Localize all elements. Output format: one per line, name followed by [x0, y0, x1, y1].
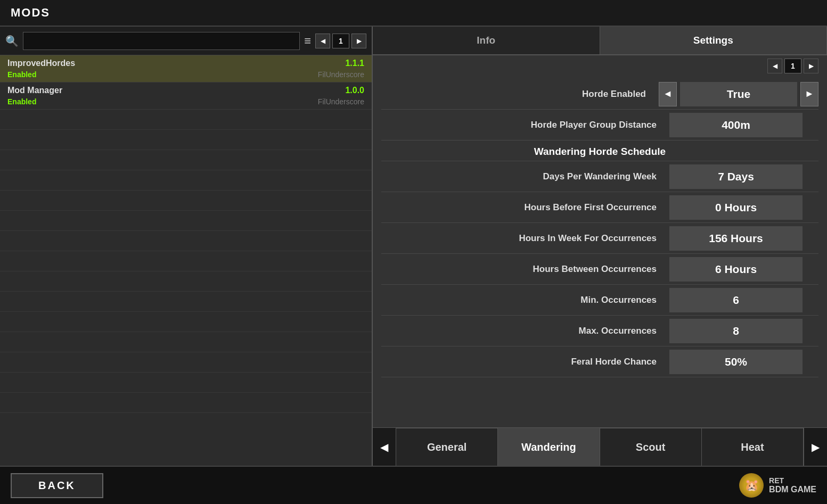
search-bar: 🔍 ≡ ◀ 1 ▶ [0, 27, 372, 55]
footer-ret-label: RET [769, 476, 784, 485]
setting-value-wrap: 50% [669, 350, 818, 374]
setting-label-days-per-week: Days Per Wandering Week [381, 171, 669, 182]
mod-status: Enabled [7, 97, 36, 106]
search-input[interactable] [23, 32, 300, 50]
setting-value-wrap: 7 Days [669, 164, 818, 189]
setting-hours-before-first: Hours Before First Occurrence 0 Hours [381, 192, 818, 223]
setting-value-wrap: 0 Hours [669, 195, 818, 220]
mod-name: Mod Manager [7, 86, 62, 95]
setting-value-min-occurrences: 6 [669, 288, 803, 312]
page-indicator: ◀ 1 ▶ [373, 55, 827, 77]
footer-right: 🐹 RET BDM GAME [739, 473, 816, 498]
right-page-prev[interactable]: ◀ [767, 59, 782, 73]
setting-value-feral-chance: 50% [669, 350, 803, 374]
setting-label-group-distance: Horde Player Group Distance [381, 120, 669, 130]
empty-row [0, 373, 372, 393]
mod-version: 1.1.1 [345, 59, 364, 68]
mod-name: ImprovedHordes [7, 59, 75, 68]
setting-hours-in-week: Hours In Week For Occurrences 156 Hours [381, 223, 818, 254]
empty-row [0, 211, 372, 231]
tab-info[interactable]: Info [373, 27, 600, 54]
bottom-tab-wandering[interactable]: Wandering [498, 428, 600, 466]
setting-value-max-occurrences: 8 [669, 319, 803, 343]
mod-item-top: ImprovedHordes 1.1.1 [0, 55, 372, 69]
setting-label-hours-between: Hours Between Occurrences [381, 264, 669, 275]
bottom-nav: ◀ General Wandering Scout Heat ▶ [373, 427, 827, 466]
setting-value-hours-before-first: 0 Hours [669, 195, 803, 220]
setting-value-wrap: 6 [669, 288, 818, 312]
empty-row [0, 332, 372, 352]
bottom-tab-general[interactable]: General [396, 428, 498, 466]
setting-value-wrap: 156 Hours [669, 226, 818, 251]
bottom-nav-right-arrow[interactable]: ▶ [804, 428, 827, 466]
mod-status: Enabled [7, 70, 36, 79]
site-icon: 🐹 [739, 473, 764, 498]
right-tabs: Info Settings [373, 27, 827, 55]
setting-max-occurrences: Max. Occurrences 8 [381, 316, 818, 346]
setting-value-wrap: 8 [669, 319, 818, 343]
empty-row [0, 110, 372, 130]
section-header-wandering: Wandering Horde Schedule [381, 141, 818, 161]
setting-label-horde-enabled: Horde Enabled [381, 89, 659, 100]
footer: BACK 🐹 RET BDM GAME [0, 466, 827, 504]
empty-row [0, 312, 372, 332]
setting-min-occurrences: Min. Occurrences 6 [381, 285, 818, 316]
empty-row [0, 150, 372, 170]
setting-hours-between: Hours Between Occurrences 6 Hours [381, 254, 818, 285]
setting-horde-enabled: Horde Enabled ◄ True ► [381, 79, 818, 110]
setting-value-wrap: 400m [669, 113, 818, 137]
setting-label-max-occurrences: Max. Occurrences [381, 326, 669, 336]
mod-item-bottom: Enabled FilUnderscore [0, 69, 372, 82]
mod-list: ImprovedHordes 1.1.1 Enabled FilUndersco… [0, 55, 372, 466]
setting-value-wrap: 6 Hours [669, 257, 818, 282]
mod-author: FilUnderscore [318, 97, 364, 106]
right-page-next[interactable]: ▶ [804, 59, 818, 73]
empty-row [0, 271, 372, 292]
empty-row [0, 393, 372, 413]
footer-site-text: BDM GAME [769, 485, 816, 494]
page-number-left: 1 [332, 34, 349, 48]
setting-value-group-distance: 400m [669, 113, 803, 137]
mod-author: FilUnderscore [318, 70, 364, 79]
page-nav: ◀ 1 ▶ [315, 34, 366, 48]
setting-value-hours-in-week: 156 Hours [669, 226, 803, 251]
setting-days-per-week: Days Per Wandering Week 7 Days [381, 161, 818, 192]
empty-row [0, 352, 372, 373]
setting-value-wrap: ◄ True ► [659, 82, 818, 106]
empty-row [0, 130, 372, 150]
setting-label-hours-before-first: Hours Before First Occurrence [381, 202, 669, 213]
page-prev-arrow[interactable]: ◀ [315, 34, 330, 48]
left-panel: 🔍 ≡ ◀ 1 ▶ ImprovedHordes 1.1.1 [0, 27, 373, 466]
sort-icon[interactable]: ≡ [304, 34, 311, 48]
setting-value-horde-enabled: True [680, 82, 797, 106]
bottom-tab-scout[interactable]: Scout [600, 428, 702, 466]
empty-row [0, 292, 372, 312]
bottom-tab-heat[interactable]: Heat [702, 428, 804, 466]
setting-feral-chance: Feral Horde Chance 50% [381, 346, 818, 377]
setting-value-days-per-week: 7 Days [669, 164, 803, 189]
setting-label-feral-chance: Feral Horde Chance [381, 357, 669, 367]
page-next-arrow[interactable]: ▶ [351, 34, 366, 48]
back-button[interactable]: BACK [11, 473, 103, 498]
empty-row [0, 170, 372, 191]
title-bar: MODS [0, 0, 827, 27]
mod-version: 1.0.0 [345, 86, 364, 95]
empty-row [0, 251, 372, 271]
bottom-nav-left-arrow[interactable]: ◀ [373, 428, 396, 466]
setting-next-arrow[interactable]: ► [800, 82, 818, 106]
settings-content: Horde Enabled ◄ True ► Horde Player Grou… [373, 77, 827, 427]
list-item[interactable]: Mod Manager 1.0.0 Enabled FilUnderscore [0, 82, 372, 110]
setting-prev-arrow[interactable]: ◄ [659, 82, 677, 106]
search-icon: 🔍 [5, 35, 19, 47]
right-panel: Info Settings ◀ 1 ▶ Horde Enabled ◄ True… [373, 27, 827, 466]
mod-item-top: Mod Manager 1.0.0 [0, 82, 372, 96]
right-page-number: 1 [784, 59, 801, 73]
setting-label-hours-in-week: Hours In Week For Occurrences [381, 233, 669, 244]
empty-row [0, 191, 372, 211]
empty-row [0, 231, 372, 251]
list-item[interactable]: ImprovedHordes 1.1.1 Enabled FilUndersco… [0, 55, 372, 82]
setting-label-min-occurrences: Min. Occurrences [381, 295, 669, 305]
mod-item-bottom: Enabled FilUnderscore [0, 96, 372, 109]
page-title: MODS [11, 6, 50, 20]
tab-settings[interactable]: Settings [600, 27, 828, 54]
